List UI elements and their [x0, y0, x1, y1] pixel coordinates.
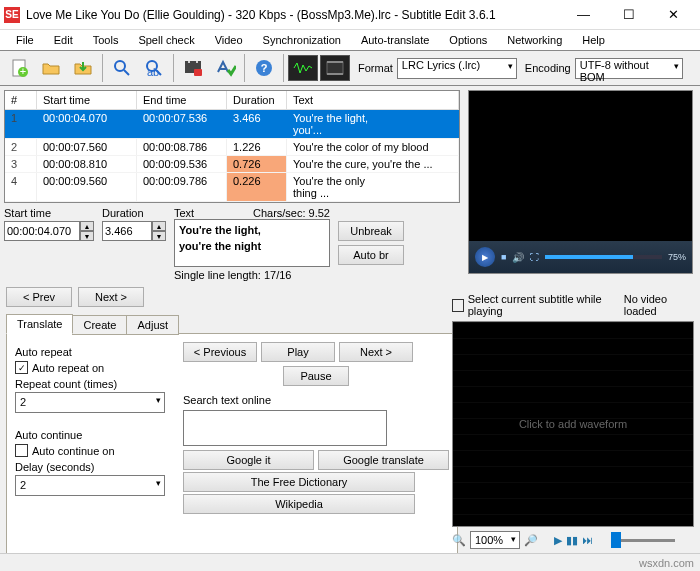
- menu-options[interactable]: Options: [441, 32, 495, 48]
- menu-file[interactable]: File: [8, 32, 42, 48]
- chars-sec-label: Chars/sec: 9.52: [253, 207, 330, 219]
- col-dur[interactable]: Duration: [227, 91, 287, 109]
- next-button[interactable]: Next >: [78, 287, 144, 307]
- menu-spellcheck[interactable]: Spell check: [130, 32, 202, 48]
- repeat-count-label: Repeat count (times): [15, 378, 165, 390]
- visual-sync-icon[interactable]: [178, 53, 208, 83]
- auto-repeat-checkbox[interactable]: ✓: [15, 361, 28, 374]
- duration-label: Duration: [102, 207, 166, 219]
- repeat-count-select[interactable]: 2: [15, 392, 165, 413]
- dur-down[interactable]: ▼: [152, 231, 166, 241]
- menu-help[interactable]: Help: [574, 32, 613, 48]
- col-num[interactable]: #: [5, 91, 37, 109]
- menu-bar: File Edit Tools Spell check Video Synchr…: [0, 30, 700, 50]
- svg-rect-16: [327, 73, 343, 75]
- waveform-toggle-icon[interactable]: [288, 55, 318, 81]
- video-preview[interactable]: ▶ ■ 🔊 ⛶ 75%: [468, 90, 693, 274]
- free-dictionary-button[interactable]: The Free Dictionary: [183, 472, 415, 492]
- minimize-button[interactable]: —: [561, 0, 606, 30]
- menu-tools[interactable]: Tools: [85, 32, 127, 48]
- encoding-label: Encoding: [525, 62, 571, 74]
- menu-networking[interactable]: Networking: [499, 32, 570, 48]
- auto-continue-label: Auto continue: [15, 429, 165, 441]
- table-row[interactable]: 400:00:09.56000:00:09.7860.226You're the…: [5, 173, 459, 202]
- waveform-area[interactable]: Click to add waveform: [452, 321, 694, 527]
- duration-input[interactable]: [102, 221, 152, 241]
- svg-text:ab: ab: [147, 66, 159, 78]
- auto-continue-checkbox[interactable]: [15, 444, 28, 457]
- svg-point-10: [196, 61, 198, 63]
- encoding-select[interactable]: UTF-8 without BOM: [575, 58, 683, 79]
- previous-button[interactable]: < Previous: [183, 342, 257, 362]
- status-text: wsxdn.com: [639, 557, 694, 569]
- delay-label: Delay (seconds): [15, 461, 165, 473]
- close-button[interactable]: ✕: [651, 0, 696, 30]
- table-row[interactable]: 300:00:08.81000:00:09.5360.726You're the…: [5, 156, 459, 173]
- table-row[interactable]: 200:00:07.56000:00:08.7861.226You're the…: [5, 139, 459, 156]
- tab-translate[interactable]: Translate: [6, 314, 73, 334]
- tab-adjust[interactable]: Adjust: [126, 315, 179, 335]
- menu-sync[interactable]: Synchronization: [255, 32, 349, 48]
- menu-video[interactable]: Video: [207, 32, 251, 48]
- play-button[interactable]: Play: [261, 342, 335, 362]
- video-toggle-icon[interactable]: [320, 55, 350, 81]
- svg-line-4: [124, 70, 129, 75]
- next-button-play[interactable]: Next >: [339, 342, 413, 362]
- dur-up[interactable]: ▲: [152, 221, 166, 231]
- format-select[interactable]: LRC Lyrics (.lrc): [397, 58, 517, 79]
- help-icon[interactable]: ?: [249, 53, 279, 83]
- zoom-in-icon[interactable]: 🔎: [524, 534, 538, 547]
- wave-grid-icon[interactable]: ▮▮: [566, 534, 578, 547]
- tab-create[interactable]: Create: [72, 315, 127, 335]
- maximize-button[interactable]: ☐: [606, 0, 651, 30]
- wave-position-slider[interactable]: [611, 539, 675, 542]
- autobr-button[interactable]: Auto br: [338, 245, 404, 265]
- start-down[interactable]: ▼: [80, 231, 94, 241]
- delay-select[interactable]: 2: [15, 475, 165, 496]
- auto-continue-on-label: Auto continue on: [32, 445, 115, 457]
- video-volume-icon[interactable]: 🔊: [512, 252, 524, 263]
- select-current-label: Select current subtitle while playing: [468, 293, 620, 317]
- unbreak-button[interactable]: Unbreak: [338, 221, 404, 241]
- table-row[interactable]: 100:00:04.07000:00:07.5363.466You're the…: [5, 110, 459, 139]
- video-progress-label: 75%: [668, 252, 686, 262]
- spellcheck-icon[interactable]: [210, 53, 240, 83]
- search-online-label: Search text online: [183, 394, 449, 406]
- find-icon[interactable]: [107, 53, 137, 83]
- search-online-input[interactable]: [183, 410, 387, 446]
- wikipedia-button[interactable]: Wikipedia: [183, 494, 415, 514]
- video-play-icon[interactable]: ▶: [475, 247, 495, 267]
- col-text[interactable]: Text: [287, 91, 459, 109]
- prev-button[interactable]: < Prev: [6, 287, 72, 307]
- start-time-input[interactable]: [4, 221, 80, 241]
- auto-repeat-on-label: Auto repeat on: [32, 362, 104, 374]
- subtitle-text-input[interactable]: You're the light,you're the night: [174, 219, 330, 267]
- menu-autotranslate[interactable]: Auto-translate: [353, 32, 437, 48]
- replace-icon[interactable]: ab: [139, 53, 169, 83]
- translate-panel: Auto repeat ✓Auto repeat on Repeat count…: [6, 333, 458, 561]
- zoom-out-icon[interactable]: 🔍: [452, 534, 466, 547]
- col-end[interactable]: End time: [137, 91, 227, 109]
- zoom-select[interactable]: 100%: [470, 531, 520, 549]
- menu-edit[interactable]: Edit: [46, 32, 81, 48]
- video-fullscreen-icon[interactable]: ⛶: [530, 252, 539, 262]
- col-start[interactable]: Start time: [37, 91, 137, 109]
- google-it-button[interactable]: Google it: [183, 450, 314, 470]
- select-current-checkbox[interactable]: [452, 299, 464, 312]
- open-file-icon[interactable]: [36, 53, 66, 83]
- start-up[interactable]: ▲: [80, 221, 94, 231]
- svg-point-9: [188, 61, 190, 63]
- pause-button[interactable]: Pause: [283, 366, 349, 386]
- app-icon: SE: [4, 7, 20, 23]
- new-file-icon[interactable]: +: [4, 53, 34, 83]
- video-stop-icon[interactable]: ■: [501, 252, 506, 262]
- auto-repeat-label: Auto repeat: [15, 346, 165, 358]
- wave-play-icon[interactable]: ▶: [554, 534, 562, 547]
- svg-point-3: [115, 61, 125, 71]
- start-time-label: Start time: [4, 207, 94, 219]
- google-translate-button[interactable]: Google translate: [318, 450, 449, 470]
- subtitle-table[interactable]: # Start time End time Duration Text 100:…: [4, 90, 460, 203]
- window-title: Love Me Like You Do (Ellie Goulding) - 3…: [26, 8, 561, 22]
- save-file-icon[interactable]: [68, 53, 98, 83]
- wave-nextscene-icon[interactable]: ⏭: [582, 534, 593, 546]
